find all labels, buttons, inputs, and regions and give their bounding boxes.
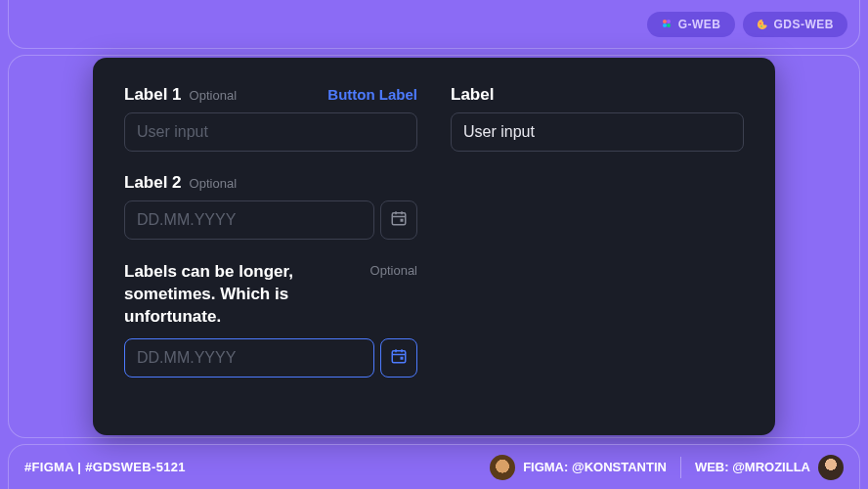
- footer-credits: FIGMA: @KONSTANTIN WEB: @MROZILLA: [490, 455, 844, 480]
- svg-point-2: [663, 23, 667, 27]
- footer-bar: #FIGMA | #GDSWEB-5121 FIGMA: @KONSTANTIN…: [8, 444, 860, 489]
- credit-figma: FIGMA: @KONSTANTIN: [490, 455, 667, 480]
- field-label: Label 1: [124, 85, 182, 105]
- field-label: Label 2: [124, 173, 182, 193]
- svg-point-0: [663, 20, 667, 23]
- date-input-field-3[interactable]: [124, 338, 374, 378]
- footer-divider: [680, 457, 681, 478]
- svg-rect-11: [392, 351, 406, 363]
- label-row: Label 2 Optional: [124, 173, 417, 193]
- pill-g-web[interactable]: G-WEB: [647, 12, 735, 37]
- credit-text: FIGMA: @KONSTANTIN: [523, 460, 667, 474]
- field-optional: Optional: [370, 263, 417, 278]
- form-column-left: Label 1 Optional Button Label Label 2 Op…: [124, 85, 417, 410]
- svg-point-5: [760, 25, 762, 27]
- calendar-icon: [390, 209, 408, 231]
- field-label: Labels can be longer, sometimes. Which i…: [124, 261, 310, 329]
- svg-point-4: [760, 22, 761, 24]
- calendar-button[interactable]: [380, 200, 417, 240]
- label-row: Labels can be longer, sometimes. Which i…: [124, 261, 417, 329]
- field-label: Label: [451, 85, 494, 105]
- label-row: Label: [451, 85, 744, 105]
- figma-color-icon: [661, 19, 673, 30]
- button-label-action[interactable]: Button Label: [327, 86, 417, 103]
- field-label-2: Label 2 Optional: [124, 173, 417, 240]
- pill-gds-web[interactable]: GDS-WEB: [743, 12, 848, 37]
- credit-web: WEB: @MROZILLA: [695, 455, 844, 480]
- svg-rect-15: [401, 357, 404, 360]
- field-optional: Optional: [190, 176, 237, 191]
- credit-text: WEB: @MROZILLA: [695, 460, 810, 474]
- svg-rect-10: [401, 219, 404, 222]
- field-label-1: Label 1 Optional Button Label: [124, 85, 417, 152]
- user-input-field-right[interactable]: [451, 112, 744, 152]
- field-optional: Optional: [190, 88, 237, 103]
- svg-point-1: [667, 20, 671, 23]
- pill-label: G-WEB: [678, 18, 721, 31]
- pill-label: GDS-WEB: [774, 18, 835, 31]
- field-label-right: Label: [451, 85, 744, 152]
- field-label-long: Labels can be longer, sometimes. Which i…: [124, 261, 417, 378]
- user-input-field-1[interactable]: [124, 112, 417, 152]
- label-row: Label 1 Optional Button Label: [124, 85, 417, 105]
- calendar-icon: [390, 347, 408, 369]
- calendar-button-active[interactable]: [380, 338, 417, 378]
- main-region: Label 1 Optional Button Label Label 2 Op…: [8, 55, 860, 438]
- svg-rect-6: [392, 213, 406, 225]
- form-column-right: Label: [451, 85, 744, 410]
- footer-tag: #FIGMA | #GDSWEB-5121: [24, 460, 186, 474]
- palette-icon: [757, 19, 768, 30]
- date-input-field-2[interactable]: [124, 200, 374, 240]
- form-card: Label 1 Optional Button Label Label 2 Op…: [93, 58, 775, 435]
- avatar-konstantin: [490, 455, 515, 480]
- avatar-mrozilla: [818, 455, 844, 480]
- top-header-strip: G-WEB GDS-WEB: [8, 0, 860, 49]
- svg-point-3: [667, 23, 671, 27]
